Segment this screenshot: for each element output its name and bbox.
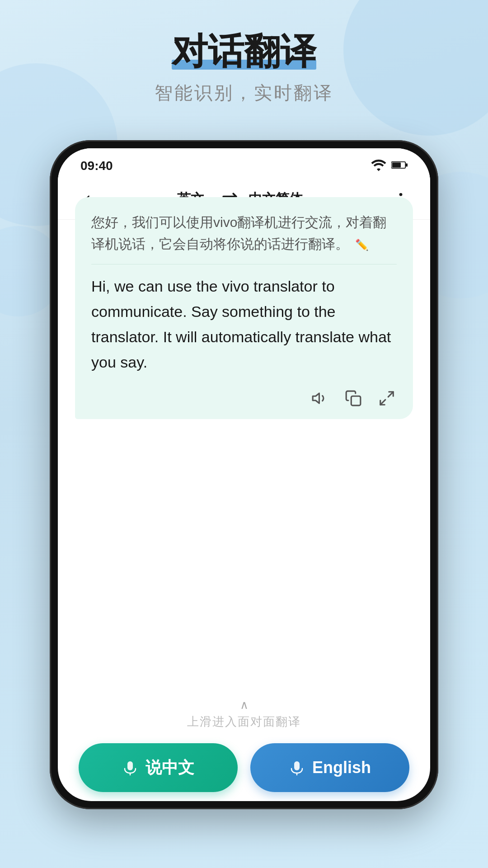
edit-icon[interactable]: ✏️: [355, 239, 369, 251]
svg-line-8: [388, 392, 393, 397]
status-time: 09:40: [80, 159, 113, 173]
svg-rect-10: [127, 761, 133, 770]
speak-chinese-button[interactable]: 说中文: [79, 743, 238, 792]
action-icons: [91, 384, 397, 408]
expand-icon[interactable]: [377, 388, 397, 408]
status-bar: 09:40: [58, 148, 430, 179]
copy-icon[interactable]: [343, 388, 363, 408]
svg-marker-6: [313, 393, 319, 403]
phone-screen: 09:40: [58, 148, 430, 801]
message-bubble: 您好，我们可以使用vivo翻译机进行交流，对着翻译机说话，它会自动将你说的话进行…: [75, 197, 413, 419]
chinese-text: 您好，我们可以使用vivo翻译机进行交流，对着翻译机说话，它会自动将你说的话进行…: [91, 212, 397, 255]
sub-title: 智能识别，实时翻译: [0, 80, 488, 105]
button-row: 说中文 English: [58, 743, 430, 792]
slide-hint-text: 上滑进入面对面翻译: [187, 714, 301, 730]
speak-english-button[interactable]: English: [250, 743, 409, 792]
divider: [91, 264, 397, 264]
bottom-area: ∧ 上滑进入面对面翻译 说中文: [58, 698, 430, 801]
mic-icon-chinese: [122, 760, 138, 776]
wifi-icon: [371, 159, 387, 173]
svg-line-9: [380, 400, 385, 405]
header-area: 对话翻译 智能识别，实时翻译: [0, 32, 488, 105]
chevron-up-icon: ∧: [240, 698, 249, 712]
speak-chinese-label: 说中文: [145, 757, 194, 779]
chat-area: 您好，我们可以使用vivo翻译机进行交流，对着翻译机说话，它会自动将你说的话进行…: [58, 179, 430, 698]
phone-content: 您好，我们可以使用vivo翻译机进行交流，对着翻译机说话，它会自动将你说的话进行…: [58, 179, 430, 801]
mic-icon-english: [289, 760, 305, 776]
battery-icon: [391, 159, 408, 173]
svg-rect-2: [392, 163, 401, 168]
main-title: 对话翻译: [172, 32, 316, 71]
svg-rect-12: [294, 761, 300, 770]
svg-rect-1: [405, 163, 408, 166]
speak-english-label: English: [312, 758, 371, 777]
english-text: Hi, we can use the vivo translator to co…: [91, 274, 397, 375]
status-icons: [371, 159, 408, 173]
svg-rect-7: [351, 396, 361, 406]
slide-hint: ∧ 上滑进入面对面翻译: [58, 698, 430, 730]
speaker-icon[interactable]: [310, 388, 330, 408]
phone-mockup: 09:40: [50, 140, 438, 809]
